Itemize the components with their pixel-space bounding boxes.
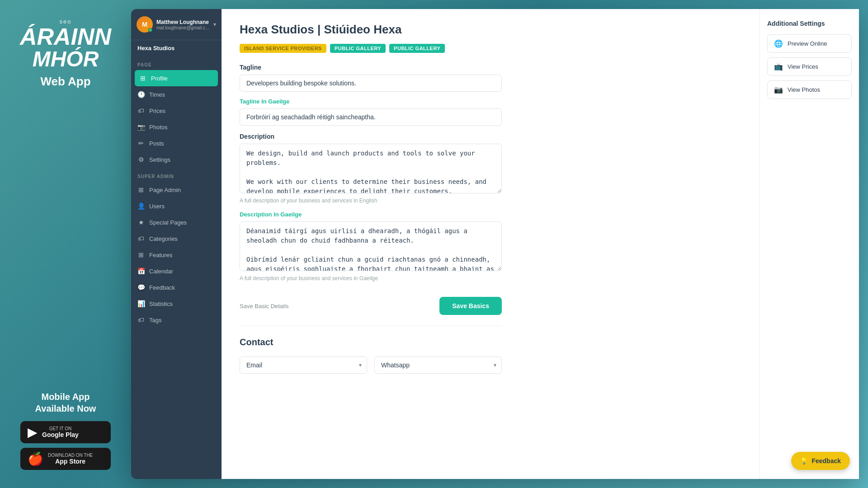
whatsapp-select-wrapper: Whatsapp ▾ xyxy=(374,357,502,374)
tagline-gaeilge-input[interactable] xyxy=(240,108,502,126)
badge-public-gallery-1: PUBLIC GALLERY xyxy=(330,44,386,53)
sidebar-item-photos[interactable]: 📷 Photos xyxy=(131,119,222,135)
preview-online-label: Preview Online xyxy=(788,40,827,47)
users-icon: 👤 xyxy=(137,202,145,210)
feedback-bulb-icon: 💡 xyxy=(800,457,808,465)
sidebar-item-special-pages[interactable]: ★ Special Pages xyxy=(131,214,222,230)
apple-icon: 🍎 xyxy=(28,451,43,466)
sidebar-item-tags[interactable]: 🏷 Tags xyxy=(131,312,222,328)
view-prices-label: View Prices xyxy=(788,63,818,70)
whatsapp-select[interactable]: Whatsapp xyxy=(374,357,502,374)
sidebar-item-statistics[interactable]: 📊 Statistics xyxy=(131,296,222,312)
sidebar-item-posts[interactable]: ✏ Posts xyxy=(131,135,222,151)
sidebar-item-label: Categories xyxy=(149,235,178,242)
photos-btn-icon: 📷 xyxy=(774,85,783,94)
feedback-icon: 💬 xyxy=(137,284,145,291)
app-container: M Matthew Loughnane mat.loughnane@gmail.… xyxy=(131,9,859,479)
chevron-down-icon: ▾ xyxy=(213,21,216,28)
save-row: Save Basic Details Save Basics xyxy=(240,291,502,321)
sidebar-item-label: Photos xyxy=(149,124,167,131)
google-play-icon: ▶ xyxy=(28,425,38,440)
settings-icon: ⚙ xyxy=(137,156,145,163)
sidebar-user[interactable]: M Matthew Loughnane mat.loughnane@gmail.… xyxy=(131,9,222,40)
photos-icon: 📷 xyxy=(137,123,145,131)
description-gaeilge-label: Description In Gaeilge xyxy=(240,211,511,218)
sidebar-item-label: Features xyxy=(149,252,172,258)
sidebar-item-label: Statistics xyxy=(149,300,173,307)
tags-icon: 🏷 xyxy=(137,316,145,324)
sidebar-item-features[interactable]: ⊞ Features xyxy=(131,247,222,263)
avatar: M xyxy=(137,16,153,33)
calendar-icon: 📅 xyxy=(137,267,145,275)
tagline-gaeilge-label: Tagline In Gaeilge xyxy=(240,98,511,105)
times-icon: 🕐 xyxy=(137,91,145,98)
description-textarea[interactable]: We design, build and launch products and… xyxy=(240,144,502,193)
view-prices-button[interactable]: 📺 View Prices xyxy=(767,57,852,76)
sidebar-item-label: Posts xyxy=(149,140,164,147)
user-info: Matthew Loughnane mat.loughnane@gmail.co… xyxy=(156,19,210,30)
tagline-label: Tagline xyxy=(240,64,511,71)
email-select-wrapper: Email ▾ xyxy=(240,357,367,374)
sidebar-item-label: Calendar xyxy=(149,268,173,275)
sidebar-item-label: Tags xyxy=(149,317,161,324)
contact-title: Contact xyxy=(240,337,511,347)
sidebar-item-label: Special Pages xyxy=(149,219,187,226)
page-title: Hexa Studios | Stiúideo Hexa xyxy=(240,23,741,37)
sidebar-item-label: Feedback xyxy=(149,284,175,291)
sidebar-item-label: Users xyxy=(149,203,165,210)
view-photos-label: View Photos xyxy=(788,86,820,93)
sidebar-item-settings[interactable]: ⚙ Settings xyxy=(131,151,222,168)
sidebar-item-users[interactable]: 👤 Users xyxy=(131,198,222,214)
sidebar-item-label: Times xyxy=(149,91,165,98)
right-panel: Additional Settings 🌐 Preview Online 📺 V… xyxy=(760,9,859,479)
section-divider xyxy=(240,326,502,326)
description-label: Description xyxy=(240,133,511,140)
mobile-app-label: Mobile AppAvailable Now xyxy=(20,391,111,414)
prices-icon: 🏷 xyxy=(137,107,145,114)
sidebar-item-page-admin[interactable]: ⊞ Page Admin xyxy=(131,182,222,198)
super-admin-section-label: SUPER ADMIN xyxy=(131,168,222,182)
sidebar-item-feedback[interactable]: 💬 Feedback xyxy=(131,279,222,296)
google-play-badge[interactable]: ▶ GET IT ON Google Play xyxy=(20,421,111,443)
user-email: mat.loughnane@gmail.com xyxy=(156,25,210,30)
preview-online-button[interactable]: 🌐 Preview Online xyxy=(767,34,852,53)
branding-panel: seo Árainn mhór Web App Mobile AppAvaila… xyxy=(0,0,131,488)
view-photos-button[interactable]: 📷 View Photos xyxy=(767,80,852,99)
google-play-text: GET IT ON Google Play xyxy=(42,426,79,438)
sidebar-item-profile[interactable]: ⊞ Profile xyxy=(135,70,218,86)
save-basics-button[interactable]: Save Basics xyxy=(439,297,502,315)
tagline-input[interactable] xyxy=(240,75,502,92)
page-section-label: PAGE xyxy=(131,56,222,70)
webapp-label: Web App xyxy=(20,75,111,89)
globe-icon: 🌐 xyxy=(774,39,783,48)
categories-icon: 🏷 xyxy=(137,235,145,242)
description-hint: A full description of your business and … xyxy=(240,197,511,204)
sidebar: M Matthew Loughnane mat.loughnane@gmail.… xyxy=(131,9,222,479)
main-content: Hexa Studios | Stiúideo Hexa ISLAND SERV… xyxy=(222,9,760,479)
email-select[interactable]: Email xyxy=(240,357,367,374)
feedback-button[interactable]: 💡 Feedback xyxy=(791,452,850,470)
user-name: Matthew Loughnane xyxy=(156,19,210,25)
save-details-label: Save Basic Details xyxy=(240,303,288,310)
sidebar-item-categories[interactable]: 🏷 Categories xyxy=(131,230,222,247)
app-store-badge[interactable]: 🍎 Download on the App Store xyxy=(20,448,111,470)
app-store-text: Download on the App Store xyxy=(48,453,93,465)
form-section: Tagline Tagline In Gaeilge Description W… xyxy=(240,64,511,374)
special-pages-icon: ★ xyxy=(137,219,145,226)
branding-logo: seo Árainn mhór Web App xyxy=(20,18,111,89)
sidebar-item-prices[interactable]: 🏷 Prices xyxy=(131,103,222,119)
seo-label: seo xyxy=(20,18,111,25)
mobile-app-section: Mobile AppAvailable Now ▶ GET IT ON Goog… xyxy=(20,391,111,474)
features-icon: ⊞ xyxy=(137,251,145,258)
posts-icon: ✏ xyxy=(137,140,145,147)
page-admin-icon: ⊞ xyxy=(137,186,145,193)
badge-row: ISLAND SERVICE PROVIDERS PUBLIC GALLERY … xyxy=(240,44,741,53)
sidebar-item-times[interactable]: 🕐 Times xyxy=(131,86,222,103)
sidebar-item-label: Page Admin xyxy=(149,187,181,193)
sidebar-item-label: Profile xyxy=(151,75,168,82)
description-gaeilge-hint: A full description of your business and … xyxy=(240,275,511,282)
description-gaeilge-textarea[interactable]: Déanaimid táirgí agus uirlisí a dhearadh… xyxy=(240,221,502,271)
additional-settings-title: Additional Settings xyxy=(767,20,852,27)
sidebar-item-label: Settings xyxy=(149,156,170,163)
sidebar-item-calendar[interactable]: 📅 Calendar xyxy=(131,263,222,279)
